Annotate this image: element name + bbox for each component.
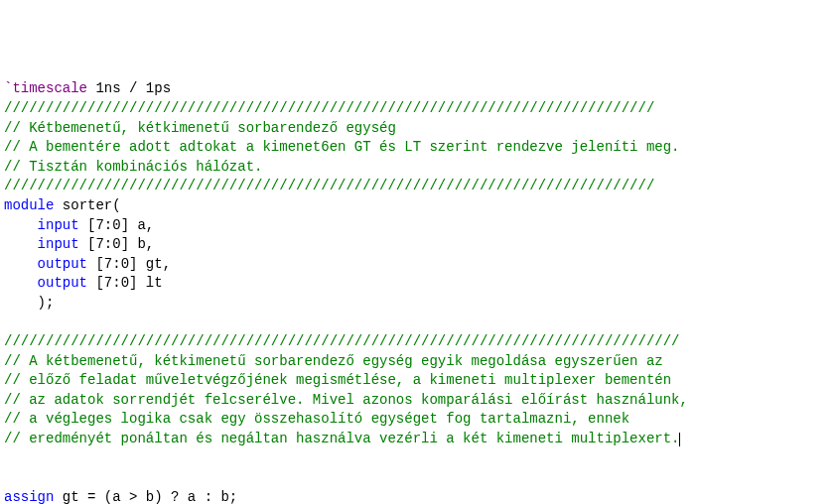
code-token: gt = (a > b) ? a : b; bbox=[54, 489, 237, 504]
code-line[interactable]: // Kétbemenetű, kétkimenetű sorbarendező… bbox=[4, 119, 832, 139]
code-line[interactable]: input [7:0] a, bbox=[4, 216, 832, 236]
code-token: [7:0] lt bbox=[87, 275, 163, 291]
code-token: ////////////////////////////////////////… bbox=[4, 100, 654, 116]
code-token bbox=[4, 217, 38, 233]
code-token: `timescale bbox=[4, 80, 87, 96]
code-line[interactable]: // az adatok sorrendjét felcserélve. Miv… bbox=[4, 391, 832, 411]
code-token bbox=[4, 256, 38, 272]
code-line[interactable]: output [7:0] gt, bbox=[4, 255, 832, 275]
code-token: output bbox=[38, 275, 87, 291]
code-token: sorter( bbox=[54, 197, 120, 213]
code-line[interactable]: ////////////////////////////////////////… bbox=[4, 332, 832, 352]
code-line[interactable] bbox=[4, 449, 832, 469]
code-line[interactable]: input [7:0] b, bbox=[4, 235, 832, 255]
code-token bbox=[4, 236, 38, 252]
code-editor[interactable]: `timescale 1ns / 1ps////////////////////… bbox=[4, 79, 832, 504]
code-token: module bbox=[4, 197, 54, 213]
code-line[interactable]: assign gt = (a > b) ? a : b; bbox=[4, 488, 832, 504]
code-token: input bbox=[38, 236, 79, 252]
code-line[interactable]: ); bbox=[4, 294, 832, 314]
text-cursor bbox=[679, 433, 680, 446]
code-line[interactable]: // A bementére adott adtokat a kimenet6e… bbox=[4, 138, 832, 158]
code-token: ); bbox=[4, 295, 54, 311]
code-line[interactable]: ////////////////////////////////////////… bbox=[4, 177, 832, 196]
code-token bbox=[4, 275, 38, 291]
code-token: [7:0] a, bbox=[79, 217, 155, 233]
code-token: // A kétbemenetű, kétkimenetű sorbarende… bbox=[4, 353, 663, 369]
code-token: assign bbox=[4, 489, 54, 504]
code-token: ////////////////////////////////////////… bbox=[4, 178, 654, 193]
code-line[interactable] bbox=[4, 468, 832, 488]
code-token: // az adatok sorrendjét felcserélve. Miv… bbox=[4, 392, 688, 408]
code-line[interactable]: // Tisztán kombinációs hálózat. bbox=[4, 158, 832, 178]
code-line[interactable]: `timescale 1ns / 1ps bbox=[4, 79, 832, 99]
code-token: ////////////////////////////////////////… bbox=[4, 333, 680, 349]
code-token: output bbox=[38, 256, 87, 272]
code-line[interactable]: // a végleges logika csak egy összehasol… bbox=[4, 410, 832, 430]
code-token: [7:0] b, bbox=[79, 236, 155, 252]
code-line[interactable]: // előző feladat műveletvégzőjének megis… bbox=[4, 371, 832, 391]
code-token: // a végleges logika csak egy összehasol… bbox=[4, 411, 629, 427]
code-token: // előző feladat műveletvégzőjének megis… bbox=[4, 372, 671, 388]
code-line[interactable]: output [7:0] lt bbox=[4, 274, 832, 294]
code-line[interactable]: // A kétbemenetű, kétkimenetű sorbarende… bbox=[4, 352, 832, 372]
code-token: 1ns / 1ps bbox=[87, 80, 171, 96]
code-token: [7:0] gt, bbox=[87, 256, 171, 272]
code-token: // A bementére adott adtokat a kimenet6e… bbox=[4, 139, 680, 155]
code-token: // eredményét ponáltan és negáltan haszn… bbox=[4, 431, 680, 446]
code-token: // Tisztán kombinációs hálózat. bbox=[4, 159, 262, 175]
code-line[interactable]: ////////////////////////////////////////… bbox=[4, 99, 832, 119]
code-line[interactable]: // eredményét ponáltan és negáltan haszn… bbox=[4, 430, 832, 449]
code-token: input bbox=[38, 217, 79, 233]
code-token: // Kétbemenetű, kétkimenetű sorbarendező… bbox=[4, 120, 396, 136]
code-line[interactable] bbox=[4, 314, 832, 333]
code-line[interactable]: module sorter( bbox=[4, 196, 832, 216]
